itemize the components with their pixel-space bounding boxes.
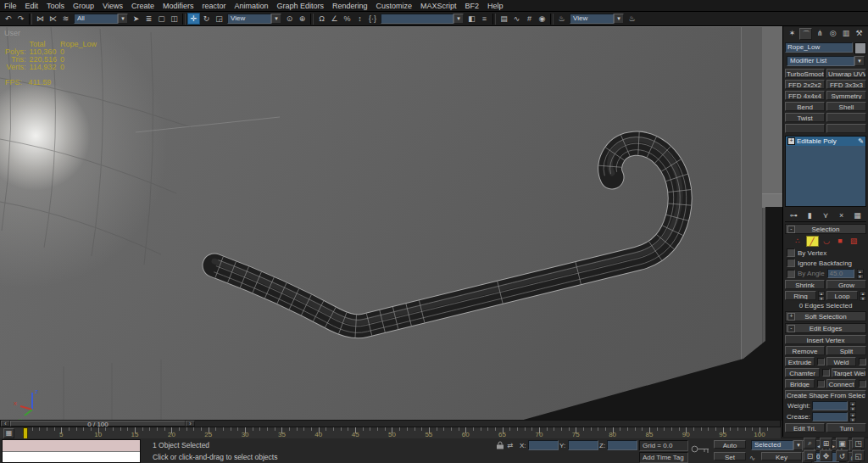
by-angle-field[interactable]: 45.0 (827, 269, 854, 278)
dropdown-arrow-icon[interactable]: ▾ (453, 14, 464, 24)
ring-spinner[interactable]: ▴▾ (818, 291, 825, 300)
crease-spinner[interactable]: ▴▾ (849, 412, 856, 421)
polygon-subobject-icon[interactable]: ■ (835, 236, 846, 245)
maxscript-mini-listener[interactable] (2, 439, 141, 463)
split-button[interactable]: Split (826, 346, 866, 355)
time-slider-next-icon[interactable]: › (186, 421, 195, 427)
utilities-tab-icon[interactable]: ⚒ (854, 28, 865, 38)
mirror-icon[interactable]: ◧ (465, 13, 478, 25)
display-tab-icon[interactable]: ▥ (841, 28, 852, 38)
time-slider-handle[interactable]: 0 / 100 (10, 421, 186, 427)
menu-item[interactable]: Animation (230, 1, 272, 11)
menu-item[interactable]: Edit (21, 1, 43, 11)
weld-settings-icon[interactable] (859, 358, 866, 365)
stack-item-editable-poly[interactable]: + Editable Poly ✎ (786, 137, 865, 146)
menu-item[interactable]: Rendering (328, 1, 372, 11)
menu-item[interactable]: Group (69, 1, 98, 11)
modifier-button[interactable]: TurboSmooth (785, 69, 825, 78)
bind-spacewarp-icon[interactable]: ≋ (59, 13, 72, 25)
named-selection-dropdown[interactable]: ▾ (381, 14, 464, 24)
show-end-result-icon[interactable]: ▮ (804, 210, 815, 220)
menu-item[interactable]: MAXScript (416, 1, 461, 11)
reference-coordinate-dropdown[interactable]: View ▾ (227, 14, 281, 24)
track-bar-ruler[interactable]: 0510152025303540455055606570758085909510… (19, 427, 770, 438)
curve-editor-icon[interactable]: ∿ (510, 13, 523, 25)
dropdown-arrow-icon[interactable]: ▾ (118, 14, 128, 24)
spinner-snap-icon[interactable]: ↕ (353, 13, 366, 25)
snap-toggle-icon[interactable]: Ω (315, 13, 328, 25)
ignore-backfacing-checkbox[interactable] (787, 259, 795, 267)
rollout-collapse-icon[interactable]: - (787, 325, 795, 332)
pan-icon[interactable]: ✥ (820, 450, 832, 461)
remove-button[interactable]: Remove (785, 346, 825, 355)
zoom-icon[interactable]: ⌕ (804, 438, 816, 449)
menu-item[interactable]: Tools (42, 1, 69, 11)
stack-active-icon[interactable]: ✎ (858, 137, 864, 145)
menu-item[interactable]: Graph Editors (273, 1, 329, 11)
object-name-field[interactable]: Rope_Low (785, 42, 853, 53)
weight-field[interactable] (812, 401, 848, 410)
modifier-list-dropdown[interactable]: Modifier List ▾ (787, 56, 865, 66)
weight-spinner[interactable]: ▴▾ (849, 401, 856, 410)
menu-item[interactable]: reactor (198, 1, 230, 11)
selection-rollout-header[interactable]: - Selection (785, 224, 866, 234)
menu-item[interactable]: BF2 (461, 1, 484, 11)
modifier-button[interactable]: Shell (826, 102, 866, 111)
time-slider-prev-icon[interactable]: ‹ (1, 421, 10, 427)
perspective-viewport[interactable]: z x y User Total Rope_Low Polys: 110,360… (0, 26, 782, 421)
z-coordinate-field[interactable] (607, 440, 637, 450)
bridge-button[interactable]: Bridge (785, 379, 815, 388)
weld-button[interactable]: Weld (826, 357, 856, 366)
arc-rotate-icon[interactable]: ↺ (836, 450, 849, 461)
viewport-label[interactable]: User (4, 29, 20, 37)
modifier-button[interactable]: Symmetry (826, 91, 866, 100)
chamfer-button[interactable]: Chamfer (785, 368, 820, 377)
create-tab-icon[interactable]: ✶ (787, 28, 798, 38)
modifier-button[interactable] (785, 124, 825, 133)
modifier-button[interactable]: Twist (785, 113, 825, 122)
time-slider[interactable]: ‹ 0 / 100 › (0, 420, 781, 427)
modifier-stack[interactable]: + Editable Poly ✎ (785, 136, 866, 207)
rope-model[interactable] (214, 132, 691, 338)
select-link-icon[interactable]: ⋈ (34, 13, 47, 25)
loop-button[interactable]: Loop (826, 291, 858, 300)
layer-manager-icon[interactable]: ▤ (498, 13, 510, 25)
selection-filter-dropdown[interactable]: All ▾ (74, 14, 128, 24)
crease-field[interactable] (812, 412, 848, 421)
modifier-button[interactable]: Bend (785, 102, 825, 111)
extrude-button[interactable]: Extrude (785, 357, 815, 366)
percent-snap-icon[interactable]: % (341, 13, 353, 25)
maximize-viewport-icon[interactable]: ◱ (852, 450, 865, 461)
zoom-all-icon[interactable]: ⊞ (820, 438, 832, 449)
make-unique-icon[interactable]: ⋎ (821, 210, 832, 220)
modifier-button[interactable]: FFD 4x4x4 (785, 91, 825, 100)
connect-settings-icon[interactable] (859, 380, 866, 388)
material-editor-icon[interactable]: ◉ (536, 13, 548, 25)
modifier-button[interactable]: FFD 3x3x3 (826, 80, 866, 89)
turn-button[interactable]: Turn (826, 423, 866, 432)
hierarchy-tab-icon[interactable]: ⋔ (815, 28, 826, 38)
edit-edges-rollout-header[interactable]: - Edit Edges (785, 323, 866, 333)
menu-item[interactable]: Create (127, 1, 159, 11)
select-object-icon[interactable]: ➤ (130, 13, 142, 25)
select-manipulate-icon[interactable]: ⊕ (296, 13, 309, 25)
set-key-mode-icon[interactable]: ∿ (749, 454, 755, 462)
selection-lock-icon[interactable] (497, 441, 504, 451)
by-vertex-checkbox[interactable] (787, 248, 795, 257)
ring-button[interactable]: Ring (785, 291, 816, 300)
mini-curve-editor-icon[interactable]: ▦ (3, 428, 14, 438)
auto-key-button[interactable]: Auto Key (714, 440, 746, 449)
remove-modifier-icon[interactable]: × (836, 210, 847, 220)
select-rotate-icon[interactable]: ↻ (200, 13, 213, 25)
edge-subobject-icon[interactable]: ╱ (806, 236, 819, 247)
zoom-extents-all-icon[interactable]: ◳ (852, 438, 865, 449)
select-move-icon[interactable]: ✛ (187, 13, 200, 25)
pivot-center-icon[interactable]: ⊙ (283, 13, 296, 25)
angle-snap-icon[interactable]: ∠ (328, 13, 341, 25)
selection-region-icon[interactable]: ▢ (155, 13, 168, 25)
named-selection-sets-icon[interactable]: {·} (366, 13, 379, 25)
menu-item[interactable]: File (0, 1, 21, 11)
configure-modifier-sets-icon[interactable]: ▦ (852, 210, 863, 220)
border-subobject-icon[interactable]: ◡ (821, 236, 832, 245)
quick-render-icon[interactable]: ♨ (626, 13, 638, 25)
